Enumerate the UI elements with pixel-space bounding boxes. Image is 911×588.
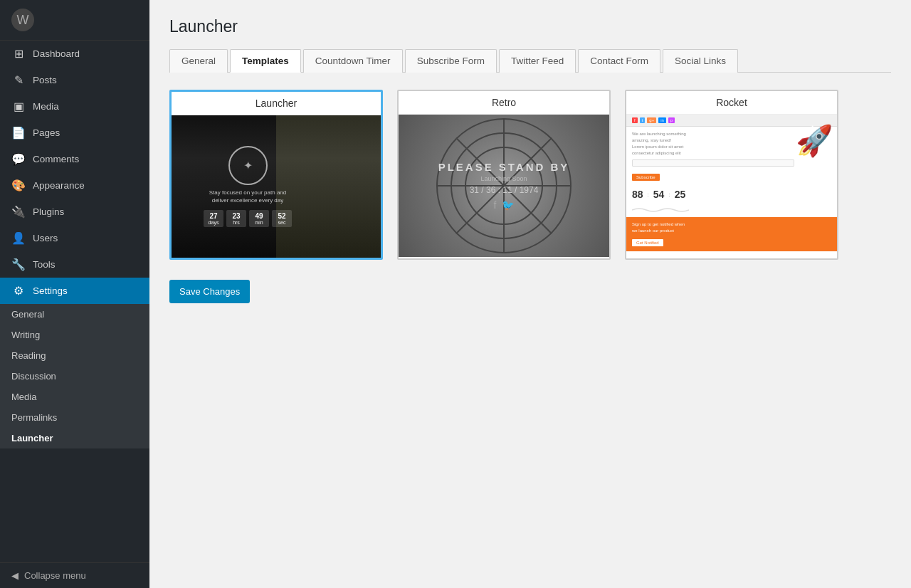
tab-twitter[interactable]: Twitter Feed <box>499 49 576 73</box>
sidebar-sub-writing[interactable]: Writing <box>0 325 149 345</box>
sidebar-item-label: Settings <box>33 285 68 296</box>
sidebar-item-label: Pages <box>33 127 60 138</box>
sidebar-item-label: Posts <box>33 75 57 85</box>
template-card-rocket[interactable]: Rocket f t g+ in p We are launching some… <box>625 90 838 260</box>
sidebar-item-label: Comments <box>33 154 79 164</box>
template-card-preview-retro: PLEASE STAND BY Launching Soon 31 / 36 :… <box>399 115 609 257</box>
sidebar-item-label: Users <box>33 233 58 243</box>
users-icon: 👤 <box>11 231 26 245</box>
sidebar-item-label: Dashboard <box>33 48 80 59</box>
tab-subscribe[interactable]: Subscribe Form <box>405 49 497 73</box>
appearance-icon: 🎨 <box>11 179 26 192</box>
save-changes-button[interactable]: Save Changes <box>169 280 250 303</box>
pages-icon: 📄 <box>11 126 26 140</box>
sidebar-item-media[interactable]: ▣ Media <box>0 93 149 120</box>
sidebar-item-settings[interactable]: ⚙ Settings <box>0 278 149 304</box>
tab-countdown[interactable]: Countdown Timer <box>303 49 403 73</box>
tabs-bar: General Templates Countdown Timer Subscr… <box>169 49 891 73</box>
sidebar-item-appearance[interactable]: 🎨 Appearance <box>0 172 149 199</box>
templates-grid: Launcher ✦ Stay focused on your path and… <box>169 90 891 260</box>
dashboard-icon: ⊞ <box>11 47 26 61</box>
wp-logo-icon: W <box>11 9 34 31</box>
sidebar-item-posts[interactable]: ✎ Posts <box>0 67 149 93</box>
sidebar-item-label: Plugins <box>33 206 64 217</box>
template-card-title-launcher: Launcher <box>172 92 381 115</box>
main-content: Launcher General Templates Countdown Tim… <box>149 0 911 588</box>
posts-icon: ✎ <box>11 73 26 87</box>
template-card-retro[interactable]: Retro PLEASE STAND BY Launching Soon <box>397 90 611 260</box>
sidebar-logo: W <box>0 0 149 41</box>
sidebar-sub-reading[interactable]: Reading <box>0 345 149 366</box>
tab-general[interactable]: General <box>169 49 228 73</box>
tab-templates[interactable]: Templates <box>230 49 301 73</box>
plugins-icon: 🔌 <box>11 205 26 219</box>
template-card-preview-launcher: ✦ Stay focused on your path and deliver … <box>172 115 381 258</box>
sidebar-item-label: Tools <box>33 259 56 270</box>
template-card-title-rocket: Rocket <box>626 91 837 115</box>
sidebar: W ⊞ Dashboard ✎ Posts ▣ Media 📄 Pages 💬 … <box>0 0 149 588</box>
tab-contact[interactable]: Contact Form <box>578 49 660 73</box>
collapse-menu-button[interactable]: ◀ Collapse menu <box>0 562 149 588</box>
sidebar-sub-general[interactable]: General <box>0 304 149 325</box>
page-title: Launcher <box>169 17 891 36</box>
sidebar-item-users[interactable]: 👤 Users <box>0 225 149 251</box>
media-icon: ▣ <box>11 100 26 113</box>
sidebar-nav: ⊞ Dashboard ✎ Posts ▣ Media 📄 Pages 💬 Co… <box>0 41 149 562</box>
sidebar-item-label: Appearance <box>33 180 85 191</box>
collapse-arrow-icon: ◀ <box>11 570 19 581</box>
template-card-launcher[interactable]: Launcher ✦ Stay focused on your path and… <box>169 90 383 260</box>
comments-icon: 💬 <box>11 152 26 166</box>
settings-icon: ⚙ <box>11 284 26 298</box>
template-card-title-retro: Retro <box>399 91 609 115</box>
template-card-preview-rocket: f t g+ in p We are launching somethingam… <box>626 115 837 257</box>
sidebar-item-plugins[interactable]: 🔌 Plugins <box>0 199 149 225</box>
sidebar-sub-permalinks[interactable]: Permalinks <box>0 407 149 428</box>
tab-social[interactable]: Social Links <box>663 49 738 73</box>
sidebar-sub-media[interactable]: Media <box>0 387 149 407</box>
sidebar-item-pages[interactable]: 📄 Pages <box>0 120 149 146</box>
collapse-menu-label: Collapse menu <box>24 570 86 581</box>
sidebar-item-tools[interactable]: 🔧 Tools <box>0 251 149 278</box>
sidebar-item-comments[interactable]: 💬 Comments <box>0 146 149 172</box>
tools-icon: 🔧 <box>11 258 26 271</box>
sidebar-sub-discussion[interactable]: Discussion <box>0 366 149 387</box>
sidebar-settings-submenu: General Writing Reading Discussion Media… <box>0 304 149 448</box>
sidebar-item-dashboard[interactable]: ⊞ Dashboard <box>0 41 149 67</box>
sidebar-item-label: Media <box>33 101 59 112</box>
sidebar-sub-launcher[interactable]: Launcher <box>0 428 149 448</box>
